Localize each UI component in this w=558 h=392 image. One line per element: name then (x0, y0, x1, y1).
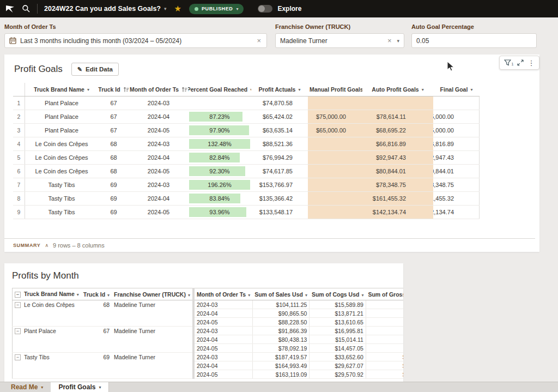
cell-truck-id[interactable]: 67 (98, 124, 129, 137)
cell-sum-of-cogs-usd[interactable]: $16,995.81 (310, 327, 366, 335)
cell-month-of-order-ts[interactable]: 2024-03 (129, 97, 188, 110)
column-header-sum-of-gross-profit-usd[interactable]: Sum of Gross Profit Usd (366, 288, 403, 300)
cell-truck-id[interactable]: 68 (98, 165, 129, 178)
cell-manual-profit-goals[interactable]: $75,000.00 (308, 110, 362, 123)
cell-sum-of-cogs-usd[interactable]: $29,627.07 (310, 361, 366, 370)
cell-truck-id[interactable]: 67 (98, 110, 129, 123)
cell-truck-brand-name[interactable]: Plant Palace (25, 97, 98, 110)
cell-sum-of-cogs-usd[interactable]: $29,570.92 (310, 370, 366, 379)
cell-sum-of-gross-profit-usd[interactable]: $135,366.42 (366, 361, 403, 370)
cell-sum-of-sales-usd[interactable]: $187,419.57 (252, 353, 310, 361)
cell-franchise-owner[interactable]: Madeline Turner (112, 300, 193, 327)
favorite-star-icon[interactable]: ★ (174, 4, 181, 14)
cell-month-of-order-ts[interactable]: 2024-04 (193, 361, 252, 370)
cell-auto-profit-goals[interactable]: $78,348.75 (362, 178, 433, 191)
cell-month-of-order-ts[interactable]: 2024-05 (193, 370, 252, 379)
cell-month-of-order-ts[interactable]: 2024-05 (193, 344, 252, 353)
cell-franchise-owner[interactable]: Madeline Turner (112, 327, 193, 353)
cell-month-of-order-ts[interactable]: 2024-05 (129, 206, 188, 219)
cell-sum-of-gross-profit-usd[interactable]: $74,617.85 (366, 318, 403, 327)
search-icon[interactable] (22, 4, 31, 13)
cell-auto-profit-goals[interactable]: $161,455.32 (362, 192, 433, 205)
column-header-month-of-order-ts[interactable]: Month of Order Ts▾ (193, 288, 252, 300)
cell-final-goal[interactable]: $65,000.00 (433, 124, 480, 137)
cell-final-goal[interactable]: $92,947.43 (433, 151, 480, 164)
cell-truck-id[interactable]: 69 (98, 192, 129, 205)
cell-sum-of-cogs-usd[interactable]: $15,589.89 (310, 300, 366, 309)
cell-sum-of-sales-usd[interactable]: $78,092.19 (252, 344, 310, 353)
row-number[interactable]: 8 (13, 192, 25, 205)
cell-manual-profit-goals[interactable] (308, 206, 362, 219)
column-header-auto-profit-goals[interactable]: Auto Profit Goals▾ (362, 83, 433, 96)
cell-percent-goal-reached[interactable]: 93.96% (188, 206, 251, 219)
column-header-brand[interactable]: Truck Brand Name▾ (25, 83, 98, 96)
row-number[interactable]: 3 (13, 124, 25, 137)
cell-truck-brand-name[interactable]: Tasty Tibs (25, 178, 98, 191)
collapse-minus-icon[interactable]: − (15, 292, 21, 298)
column-header-truck-id[interactable]: Truck Id▾ (81, 288, 112, 300)
cell-truck-brand-name[interactable]: −Le Coin des Crêpes (13, 300, 81, 327)
cell-percent-goal-reached[interactable] (188, 97, 251, 110)
cell-percent-goal-reached[interactable]: 196.26% (188, 178, 251, 191)
collapse-minus-icon[interactable]: − (15, 328, 21, 334)
cell-truck-brand-name[interactable]: Le Coin des Crêpes (25, 165, 98, 178)
row-number[interactable]: 1 (13, 97, 25, 110)
date-filter-input[interactable]: Last 3 months including this month (03/2… (4, 33, 267, 48)
cell-truck-brand-name[interactable]: Le Coin des Crêpes (25, 137, 98, 150)
cell-manual-profit-goals[interactable]: $65,000.00 (308, 124, 362, 137)
cell-sum-of-cogs-usd[interactable]: $14,457.05 (310, 344, 366, 353)
cell-month-of-order-ts[interactable]: 2024-04 (193, 309, 252, 318)
cell-manual-profit-goals[interactable] (308, 137, 362, 150)
column-header-franchise-owner[interactable]: Franchise Owner (TRUCK)▾ (112, 288, 193, 300)
cell-final-goal[interactable]: $66,816.89 (433, 137, 480, 150)
row-number[interactable]: 5 (13, 151, 25, 164)
cell-month-of-order-ts[interactable]: 2024-05 (129, 165, 188, 178)
cell-truck-brand-name[interactable]: −Plant Palace (13, 327, 81, 353)
cell-sum-of-sales-usd[interactable]: $104,111.25 (252, 300, 310, 309)
cell-manual-profit-goals[interactable] (308, 178, 362, 191)
clear-filter-icon[interactable]: × (256, 37, 262, 45)
collapse-caret-icon[interactable]: ∧ (45, 243, 48, 248)
cell-sum-of-sales-usd[interactable]: $91,866.39 (252, 327, 310, 335)
row-number[interactable]: 9 (13, 206, 25, 219)
column-header-percent-goal-reached[interactable]: Percent Goal Reached▾ (188, 83, 251, 96)
cell-sum-of-sales-usd[interactable]: $164,993.49 (252, 361, 310, 370)
row-number[interactable]: 4 (13, 137, 25, 150)
cell-truck-brand-name[interactable]: Plant Palace (25, 124, 98, 137)
column-header-final-goal[interactable]: Final Goal▾ (433, 83, 480, 96)
cell-profit-actuals[interactable]: $63,635.14 (251, 124, 308, 137)
published-badge[interactable]: PUBLISHED ▾ (189, 4, 244, 14)
cell-sum-of-gross-profit-usd[interactable]: $76,994.29 (366, 309, 403, 318)
cell-profit-actuals[interactable]: $133,548.17 (251, 206, 308, 219)
cell-auto-profit-goals[interactable] (362, 97, 433, 110)
cell-final-goal[interactable] (433, 97, 480, 110)
cell-final-goal[interactable]: $78,348.75 (433, 178, 480, 191)
row-number[interactable]: 2 (13, 110, 25, 123)
cell-final-goal[interactable]: $80,844.01 (433, 165, 480, 178)
column-header-sum-of-cogs-usd[interactable]: Sum of Cogs Usd▾ (310, 288, 366, 300)
cell-percent-goal-reached[interactable]: 92.30% (188, 165, 251, 178)
cell-month-of-order-ts[interactable]: 2024-04 (193, 335, 252, 344)
cell-month-of-order-ts[interactable]: 2024-03 (129, 137, 188, 150)
cell-profit-actuals[interactable]: $135,366.42 (251, 192, 308, 205)
cell-profit-actuals[interactable]: $74,870.58 (251, 97, 308, 110)
cell-franchise-owner[interactable]: Madeline Turner (112, 353, 193, 379)
cell-profit-actuals[interactable]: $88,521.36 (251, 137, 308, 150)
cell-manual-profit-goals[interactable] (308, 97, 362, 110)
cell-truck-brand-name[interactable]: Le Coin des Crêpes (25, 151, 98, 164)
cell-truck-id[interactable]: 68 (81, 300, 112, 327)
sigma-logo-icon[interactable] (5, 4, 15, 14)
cell-auto-profit-goals[interactable]: $68,695.22 (362, 124, 433, 137)
column-header-profit-actuals[interactable]: Profit Actuals▾ (251, 83, 308, 96)
cell-profit-actuals[interactable]: $65,424.02 (251, 110, 308, 123)
clear-filter-icon[interactable]: × (386, 37, 393, 45)
cell-sum-of-cogs-usd[interactable]: $33,652.60 (310, 353, 366, 361)
workbook-title-menu[interactable]: 2024W22 Can you add Sales Goals? ▾ (44, 5, 167, 13)
cell-sum-of-gross-profit-usd[interactable]: $65,424.02 (366, 335, 403, 344)
cell-auto-profit-goals[interactable]: $66,816.89 (362, 137, 433, 150)
cell-truck-brand-name[interactable]: Tasty Tibs (25, 206, 98, 219)
column-header-manual-profit-goals[interactable]: ✎Manual Profit Goals▾ (308, 83, 362, 96)
column-header-sum-of-sales-usd[interactable]: Sum of Sales Usd▾ (252, 288, 310, 300)
collapse-minus-icon[interactable]: − (15, 354, 21, 360)
cell-truck-id[interactable]: 69 (98, 206, 129, 219)
